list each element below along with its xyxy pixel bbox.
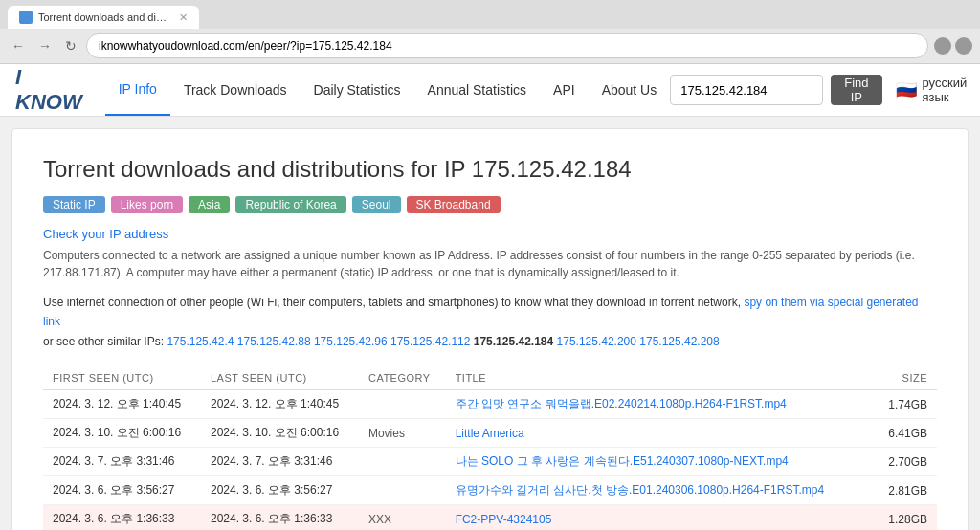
cell-title: FC2-PPV-4324105 xyxy=(446,505,875,530)
cell-category: Movies xyxy=(359,419,446,448)
col-header-size: SIZE xyxy=(875,366,937,390)
col-header-first-seen: FIRST SEEN (UTC) xyxy=(43,366,201,390)
tag-asia[interactable]: Asia xyxy=(189,196,230,213)
wifi-text: Use internet connection of other people … xyxy=(43,296,741,309)
nav-link-about-us[interactable]: About Us xyxy=(589,65,671,115)
cell-first-seen: 2024. 3. 10. 오전 6:00:16 xyxy=(43,419,201,448)
col-header-category: CATEGORY xyxy=(359,366,446,390)
cell-category: XXX xyxy=(359,505,446,530)
extensions-btn[interactable] xyxy=(934,37,951,55)
description-text: Computers connected to a network are ass… xyxy=(43,247,937,281)
title-link[interactable]: FC2-PPV-4324105 xyxy=(456,513,552,526)
cell-first-seen: 2024. 3. 12. 오후 1:40:45 xyxy=(43,390,201,419)
title-link[interactable]: 유명가수와 길거리 심사단.첫 방송.E01.240306.1080p.H264… xyxy=(456,483,824,497)
cell-category xyxy=(359,390,446,419)
cell-category xyxy=(359,448,446,476)
tab-close-btn[interactable]: ✕ xyxy=(179,11,188,24)
similar-ip-0[interactable]: 175.125.42.4 xyxy=(167,335,234,348)
tag-republic-of-korea[interactable]: Republic of Korea xyxy=(235,196,345,213)
cell-category xyxy=(359,476,446,505)
similar-ip-3[interactable]: 175.125.42.112 xyxy=(390,335,470,348)
cell-title: 주간 입맛 연구소 뭐먹을랩.E02.240214.1080p.H264-F1R… xyxy=(446,390,875,419)
cell-size: 2.70GB xyxy=(875,448,937,476)
nav-link-api[interactable]: API xyxy=(540,65,589,115)
cell-size: 1.28GB xyxy=(875,505,937,530)
similar-ip-6[interactable]: 175.125.42.208 xyxy=(639,335,719,348)
cell-title: 유명가수와 길거리 심사단.첫 방송.E01.240306.1080p.H264… xyxy=(446,476,875,505)
forward-button[interactable]: → xyxy=(34,36,56,55)
main-content: Torrent downloads and distributions for … xyxy=(11,128,969,530)
language-label: русский язык xyxy=(923,76,968,104)
cell-size: 6.41GB xyxy=(875,419,937,448)
tags-container: Static IP Likes porn Asia Republic of Ko… xyxy=(43,196,937,213)
back-button[interactable]: ← xyxy=(8,36,29,55)
cell-title: Little America xyxy=(446,419,875,448)
ip-search-input[interactable] xyxy=(670,75,823,105)
tab-bar: Torrent downloads and distri... ✕ xyxy=(0,0,980,29)
title-link[interactable]: 주간 입맛 연구소 뭐먹을랩.E02.240214.1080p.H264-F1R… xyxy=(456,397,787,410)
language-area[interactable]: 🇷🇺 русский язык xyxy=(896,76,968,104)
tab-title: Torrent downloads and distri... xyxy=(38,11,171,23)
profile-btn[interactable] xyxy=(955,37,972,55)
site-logo[interactable]: I KNOW xyxy=(15,65,82,115)
address-bar-row: ← → ↻ xyxy=(0,29,980,63)
tag-likes-porn[interactable]: Likes porn xyxy=(111,196,183,213)
cell-size: 1.74GB xyxy=(875,390,937,419)
nav-links: IP Info Track Downloads Daily Statistics… xyxy=(105,64,671,116)
cell-title: 나는 SOLO 그 후 사랑은 계속된다.E51.240307.1080p-NE… xyxy=(446,448,875,476)
col-header-last-seen: LAST SEEN (UTC) xyxy=(201,366,359,390)
search-area: Find IP xyxy=(670,75,881,105)
browser-chrome: Torrent downloads and distri... ✕ ← → ↻ xyxy=(0,0,980,64)
cell-last-seen: 2024. 3. 7. 오후 3:31:46 xyxy=(201,448,359,476)
title-link[interactable]: Little America xyxy=(456,427,524,440)
similar-ip-1[interactable]: 175.125.42.88 xyxy=(237,335,311,348)
table-row: 2024. 3. 10. 오전 6:00:16 2024. 3. 10. 오전 … xyxy=(43,419,937,448)
table-row: 2024. 3. 6. 오후 1:36:33 2024. 3. 6. 오후 1:… xyxy=(43,505,937,530)
table-row: 2024. 3. 6. 오후 3:56:27 2024. 3. 6. 오후 3:… xyxy=(43,476,937,505)
nav-link-ip-info[interactable]: IP Info xyxy=(105,64,170,116)
check-ip-link[interactable]: Check your IP address xyxy=(43,227,937,241)
cell-last-seen: 2024. 3. 6. 오후 3:56:27 xyxy=(201,476,359,505)
cell-first-seen: 2024. 3. 7. 오후 3:31:46 xyxy=(43,448,201,476)
table-row: 2024. 3. 12. 오후 1:40:45 2024. 3. 12. 오후 … xyxy=(43,390,937,419)
tag-static-ip[interactable]: Static IP xyxy=(43,196,105,213)
nav-link-track-downloads[interactable]: Track Downloads xyxy=(170,65,301,115)
nav-link-daily-statistics[interactable]: Daily Statistics xyxy=(301,65,414,115)
title-link[interactable]: 나는 SOLO 그 후 사랑은 계속된다.E51.240307.1080p-NE… xyxy=(456,454,789,468)
nav-link-annual-statistics[interactable]: Annual Statistics xyxy=(414,65,541,115)
cell-last-seen: 2024. 3. 6. 오후 1:36:33 xyxy=(201,505,359,530)
current-ip: 175.125.42.184 xyxy=(474,335,553,348)
page-title: Torrent downloads and distributions for … xyxy=(43,156,937,183)
similar-ips-paragraph: Use internet connection of other people … xyxy=(43,293,937,351)
navbar: I KNOW IP Info Track Downloads Daily Sta… xyxy=(0,64,980,117)
browser-tab[interactable]: Torrent downloads and distri... ✕ xyxy=(8,6,199,29)
flag-icon: 🇷🇺 xyxy=(896,79,917,100)
or-see-text: or see other similar IPs: xyxy=(43,335,164,348)
tab-favicon xyxy=(19,11,33,24)
similar-ip-5[interactable]: 175.125.42.200 xyxy=(557,335,636,348)
cell-size: 2.81GB xyxy=(875,476,937,505)
table-row: 2024. 3. 7. 오후 3:31:46 2024. 3. 7. 오후 3:… xyxy=(43,448,937,476)
cell-last-seen: 2024. 3. 12. 오후 1:40:45 xyxy=(201,390,359,419)
refresh-button[interactable]: ↻ xyxy=(61,36,80,55)
similar-ip-2[interactable]: 175.125.42.96 xyxy=(314,335,388,348)
col-header-title: TITLE xyxy=(446,366,875,390)
browser-actions xyxy=(934,37,972,55)
downloads-table: FIRST SEEN (UTC) LAST SEEN (UTC) CATEGOR… xyxy=(43,366,937,530)
cell-last-seen: 2024. 3. 10. 오전 6:00:16 xyxy=(201,419,359,448)
tag-sk-broadband[interactable]: SK Broadband xyxy=(407,196,501,213)
tag-seoul[interactable]: Seoul xyxy=(352,196,401,213)
cell-first-seen: 2024. 3. 6. 오후 3:56:27 xyxy=(43,476,201,505)
find-ip-button[interactable]: Find IP xyxy=(831,75,881,105)
cell-first-seen: 2024. 3. 6. 오후 1:36:33 xyxy=(43,505,201,530)
address-bar-input[interactable] xyxy=(86,33,928,58)
